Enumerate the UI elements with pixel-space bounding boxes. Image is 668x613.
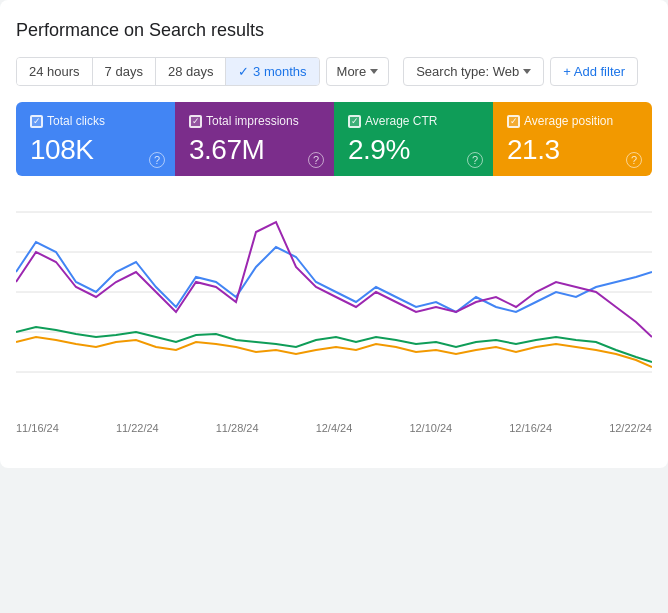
clicks-value: 108K xyxy=(30,134,161,166)
impressions-line xyxy=(16,222,652,337)
filter-3months[interactable]: ✓ 3 months xyxy=(226,58,318,85)
filter-7d[interactable]: 7 days xyxy=(93,58,156,85)
more-button[interactable]: More xyxy=(326,57,390,86)
metric-total-clicks: Total clicks 108K ? xyxy=(16,102,175,176)
search-type-label: Search type: Web xyxy=(416,64,519,79)
filter-bar: 24 hours 7 days 28 days ✓ 3 months More … xyxy=(16,57,652,86)
impressions-value: 3.67M xyxy=(189,134,320,166)
ctr-value: 2.9% xyxy=(348,134,479,166)
x-label-0: 11/16/24 xyxy=(16,422,59,434)
clicks-help-icon[interactable]: ? xyxy=(149,152,165,168)
ctr-help-icon[interactable]: ? xyxy=(467,152,483,168)
add-filter-button[interactable]: + Add filter xyxy=(550,57,638,86)
page-title: Performance on Search results xyxy=(16,20,652,41)
main-card: Performance on Search results 24 hours 7… xyxy=(0,0,668,468)
impressions-checkbox[interactable] xyxy=(189,115,202,128)
x-axis: 11/16/24 11/22/24 11/28/24 12/4/24 12/10… xyxy=(16,416,652,434)
ctr-checkbox[interactable] xyxy=(348,115,361,128)
position-checkbox[interactable] xyxy=(507,115,520,128)
x-label-2: 11/28/24 xyxy=(216,422,259,434)
metric-clicks-label: Total clicks xyxy=(30,114,161,128)
metric-position-label: Average position xyxy=(507,114,638,128)
x-label-5: 12/16/24 xyxy=(509,422,552,434)
more-label: More xyxy=(337,64,367,79)
filter-24h[interactable]: 24 hours xyxy=(17,58,93,85)
position-help-icon[interactable]: ? xyxy=(626,152,642,168)
metric-total-impressions: Total impressions 3.67M ? xyxy=(175,102,334,176)
x-label-4: 12/10/24 xyxy=(409,422,452,434)
x-label-1: 11/22/24 xyxy=(116,422,159,434)
x-label-6: 12/22/24 xyxy=(609,422,652,434)
metric-average-ctr: Average CTR 2.9% ? xyxy=(334,102,493,176)
impressions-help-icon[interactable]: ? xyxy=(308,152,324,168)
metric-ctr-label: Average CTR xyxy=(348,114,479,128)
position-line xyxy=(16,337,652,367)
date-button-group: 24 hours 7 days 28 days ✓ 3 months xyxy=(16,57,320,86)
chart-svg xyxy=(16,192,652,412)
add-filter-label: + Add filter xyxy=(563,64,625,79)
chevron-down-icon xyxy=(370,69,378,74)
metric-impressions-label: Total impressions xyxy=(189,114,320,128)
metric-average-position: Average position 21.3 ? xyxy=(493,102,652,176)
clicks-checkbox[interactable] xyxy=(30,115,43,128)
chevron-down-icon xyxy=(523,69,531,74)
position-value: 21.3 xyxy=(507,134,638,166)
metrics-row: Total clicks 108K ? Total impressions 3.… xyxy=(16,102,652,176)
chart-area: 11/16/24 11/22/24 11/28/24 12/4/24 12/10… xyxy=(16,192,652,452)
filter-28d[interactable]: 28 days xyxy=(156,58,227,85)
search-type-button[interactable]: Search type: Web xyxy=(403,57,544,86)
x-label-3: 12/4/24 xyxy=(316,422,353,434)
